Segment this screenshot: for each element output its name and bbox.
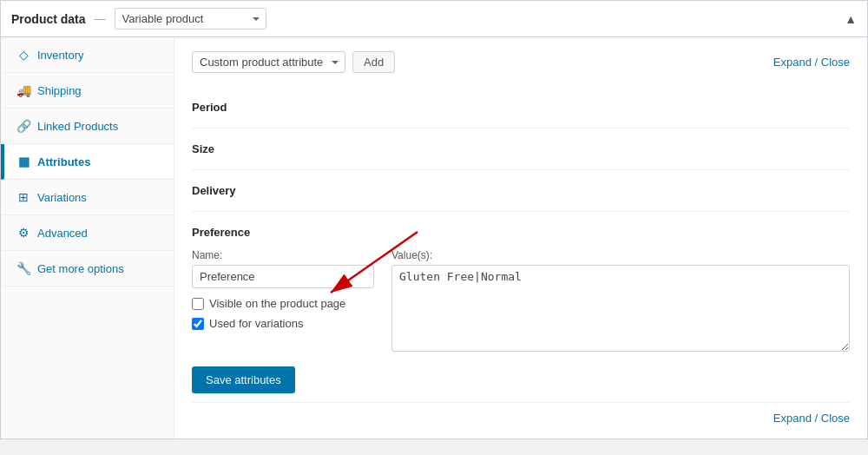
inventory-icon: ◇ xyxy=(16,48,30,62)
product-data-title: Product data xyxy=(11,12,86,26)
delivery-title: Delivery xyxy=(192,179,850,202)
period-section: Period xyxy=(192,87,850,129)
values-textarea[interactable]: Gluten Free|Normal xyxy=(391,265,850,352)
sidebar-item-label-linked-products: Linked Products xyxy=(37,120,118,133)
preference-section: Preference Name: xyxy=(192,212,850,403)
variations-icon: ⊞ xyxy=(16,190,30,204)
visible-on-product-page-checkbox[interactable] xyxy=(192,298,204,310)
used-for-variations-checkbox[interactable] xyxy=(192,318,204,330)
name-label: Name: xyxy=(192,249,374,261)
attributes-icon: ▦ xyxy=(16,155,30,168)
shipping-icon: 🚚 xyxy=(16,83,30,97)
linked-products-icon: 🔗 xyxy=(16,119,30,133)
product-type-select[interactable]: Variable product Simple product Grouped … xyxy=(115,8,266,30)
collapse-icon[interactable]: ▲ xyxy=(845,12,857,26)
save-attributes-button[interactable]: Save attributes xyxy=(192,366,295,393)
expand-close-top-link[interactable]: Expand / Close xyxy=(773,56,850,69)
sidebar-item-label-variations: Variations xyxy=(37,191,87,204)
used-for-variations-label: Used for variations xyxy=(209,317,303,330)
sidebar-item-linked-products[interactable]: 🔗 Linked Products xyxy=(1,109,174,144)
expand-close-bottom-link[interactable]: Expand / Close xyxy=(773,412,850,425)
sidebar-item-shipping[interactable]: 🚚 Shipping xyxy=(1,73,174,109)
sidebar-item-inventory[interactable]: ◇ Inventory xyxy=(1,37,174,73)
attribute-type-select[interactable]: Custom product attribute xyxy=(192,51,345,73)
values-label: Value(s): xyxy=(391,249,850,261)
sidebar-item-label-advanced: Advanced xyxy=(37,227,88,240)
sidebar-item-attributes[interactable]: ▦ Attributes xyxy=(1,144,174,180)
product-data-dash: — xyxy=(95,12,106,25)
sidebar-item-label-get-more-options: Get more options xyxy=(37,262,124,275)
used-for-variations-row[interactable]: Used for variations xyxy=(192,317,374,330)
attributes-top-bar: Custom product attribute Add Expand / Cl… xyxy=(192,51,850,73)
sidebar-item-label-attributes: Attributes xyxy=(37,155,90,168)
preference-title: Preference xyxy=(192,221,850,249)
sidebar-item-get-more-options[interactable]: 🔧 Get more options xyxy=(1,251,174,287)
name-input[interactable] xyxy=(192,265,374,288)
product-data-body: ◇ Inventory 🚚 Shipping 🔗 Linked Products… xyxy=(1,37,867,439)
sidebar-item-variations[interactable]: ⊞ Variations xyxy=(1,180,174,215)
sidebar: ◇ Inventory 🚚 Shipping 🔗 Linked Products… xyxy=(1,37,174,439)
advanced-icon: ⚙ xyxy=(16,226,30,240)
sidebar-item-label-inventory: Inventory xyxy=(37,49,83,62)
sidebar-item-label-shipping: Shipping xyxy=(37,84,82,97)
get-more-options-icon: 🔧 xyxy=(16,261,30,275)
visible-on-product-page-row[interactable]: Visible on the product page xyxy=(192,297,374,310)
preference-form: Name: Visible on the product page Used f… xyxy=(192,249,850,354)
attributes-panel: Custom product attribute Add Expand / Cl… xyxy=(174,37,867,439)
sidebar-item-advanced[interactable]: ⚙ Advanced xyxy=(1,215,174,251)
size-title: Size xyxy=(192,137,850,161)
delivery-section: Delivery xyxy=(192,170,850,212)
checkboxes: Visible on the product page Used for var… xyxy=(192,297,374,330)
name-column: Name: Visible on the product page Used f… xyxy=(192,249,374,330)
product-data-header: Product data — Variable product Simple p… xyxy=(1,1,867,37)
visible-on-product-page-label: Visible on the product page xyxy=(209,297,345,310)
period-title: Period xyxy=(192,96,850,119)
add-attribute-button[interactable]: Add xyxy=(352,51,395,73)
values-column: Value(s): Gluten Free|Normal xyxy=(391,249,850,354)
size-section: Size xyxy=(192,129,850,170)
